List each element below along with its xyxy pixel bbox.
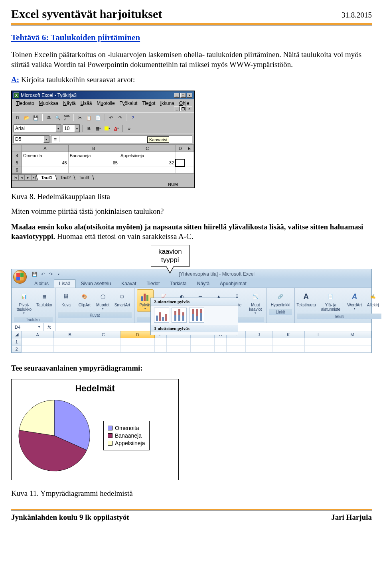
btn-smartart[interactable]: ⬡SmartArt bbox=[113, 289, 132, 308]
tab-kaavat[interactable]: Kaavat bbox=[116, 279, 141, 288]
fillcolor-button[interactable]: ▾ bbox=[103, 124, 111, 132]
preview-icon[interactable]: 🔍 bbox=[54, 114, 62, 122]
doc-minimize-button[interactable]: _ bbox=[174, 107, 180, 111]
svg-rect-1 bbox=[144, 294, 146, 301]
svg-rect-2 bbox=[146, 295, 148, 301]
paste-icon[interactable]: 📄 bbox=[94, 114, 102, 122]
maximize-button[interactable]: □ bbox=[180, 93, 186, 98]
kaavarivi-tooltip: Kaavarivi bbox=[147, 136, 169, 143]
callout-kaavion-tyyppi: kaaviontyyppi bbox=[151, 245, 190, 267]
menu-tiedot[interactable]: Tiedot bbox=[140, 100, 158, 107]
header-rule-thin bbox=[11, 25, 372, 26]
intro-paragraph: Toinen Excelin päätarkoitus on -lukuarvo… bbox=[11, 50, 372, 69]
pylvas-dropdown: 2-ulotteinen pylväs 3-ulotteinen pylväs bbox=[150, 298, 238, 335]
ribbon-window-title: [Yhteensopiva tila] - Microsoft Excel bbox=[64, 271, 369, 277]
tab-nav-prev[interactable]: ◂ bbox=[18, 174, 25, 181]
btn-yla-ala[interactable]: 📄Ylä- ja alatunniste bbox=[317, 289, 345, 313]
font-combo[interactable]: Arial▾ bbox=[14, 124, 61, 132]
excel97-menubar: Tiedosto Muokkaa Näytä Lisää Muotoile Ty… bbox=[12, 99, 194, 112]
btn-hyperlinkki[interactable]: 🔗Hyperlinkki bbox=[269, 289, 292, 308]
doc-restore-button[interactable]: ❐ bbox=[180, 107, 186, 111]
chart-option-stacked[interactable] bbox=[172, 308, 187, 323]
menu-muotoile[interactable]: Muotoile bbox=[94, 100, 117, 107]
btn-muut-kaaviot[interactable]: 📉Muut kaaviot▾ bbox=[247, 289, 264, 316]
minimize-button[interactable]: _ bbox=[174, 93, 180, 98]
btn-muodot[interactable]: ◯Muodot▾ bbox=[95, 289, 111, 312]
chart-option-clustered[interactable] bbox=[154, 308, 169, 323]
btn-wordart[interactable]: AWordArt▾ bbox=[346, 289, 363, 312]
group-teksti: ATekstiruutu 📄Ylä- ja alatunniste AWordA… bbox=[295, 288, 383, 323]
help-icon[interactable]: ? bbox=[129, 114, 137, 122]
ribbon-namebox[interactable]: D4 ▾ bbox=[12, 323, 43, 331]
tab-aloitus[interactable]: Aloitus bbox=[29, 279, 54, 288]
menu-tyokalut[interactable]: Työkalut bbox=[117, 100, 140, 107]
btn-tekstiruutu[interactable]: ATekstiruutu bbox=[297, 289, 316, 308]
pie-title: Hedelmät bbox=[16, 383, 174, 394]
close-button[interactable]: × bbox=[187, 93, 192, 98]
btn-allekirj[interactable]: ✍Allekirj bbox=[365, 289, 381, 308]
section-a: A: Kirjoita taulukkoihin seuraavat arvot… bbox=[11, 75, 372, 85]
fx-equals[interactable]: = bbox=[51, 136, 59, 142]
save-icon[interactable]: 💾 bbox=[32, 114, 40, 122]
qat-dropdown[interactable]: ▾ bbox=[55, 271, 62, 277]
spellcheck-icon[interactable]: ABC✓ bbox=[63, 114, 71, 122]
cut-icon[interactable]: ✂ bbox=[76, 114, 84, 122]
menu-lisaa[interactable]: Lisää bbox=[78, 100, 95, 107]
doc-close-button[interactable]: × bbox=[187, 107, 192, 111]
svg-rect-0 bbox=[141, 296, 143, 301]
sheet-tab-1[interactable]: Taul1 bbox=[36, 175, 57, 180]
pie-svg bbox=[16, 398, 92, 474]
btn-taulukko[interactable]: ▦Taulukko bbox=[36, 289, 53, 308]
new-icon[interactable]: 🗋 bbox=[14, 114, 22, 122]
formula-bar: D5▾ = Kaavarivi bbox=[12, 134, 194, 144]
btn-pivot[interactable]: 📊Pivot-taulukko▾ bbox=[14, 289, 34, 316]
tab-nav-first[interactable]: |◂ bbox=[12, 174, 18, 181]
group-linkit: 🔗Hyperlinkki Linkit bbox=[267, 288, 295, 323]
chart-option-stacked100[interactable] bbox=[189, 308, 204, 323]
tab-nav-next[interactable]: ▸ bbox=[25, 174, 31, 181]
tab-tiedot[interactable]: Tiedot bbox=[141, 279, 165, 288]
sheet-tabs: |◂ ◂ ▸ ▸| Taul1 Taul2 Taul3 bbox=[12, 174, 194, 181]
excel-icon: X bbox=[14, 93, 19, 98]
tab-apuohjelmat[interactable]: Apuohjelmat bbox=[215, 279, 252, 288]
sheet-tab-3[interactable]: Taul3 bbox=[73, 175, 94, 180]
btn-clipart[interactable]: 🎨ClipArt bbox=[76, 289, 93, 308]
qat-redo-icon[interactable]: ↷ bbox=[47, 271, 54, 277]
footer-right: Jari Harjula bbox=[331, 513, 372, 522]
namebox-combo[interactable]: D5▾ bbox=[14, 135, 49, 143]
qat-save-icon[interactable]: 💾 bbox=[32, 271, 38, 277]
pie-slice-appelsiineja bbox=[19, 400, 54, 436]
redo-icon[interactable]: ↷ bbox=[116, 114, 124, 122]
menu-ikkuna[interactable]: Ikkuna bbox=[158, 100, 176, 107]
footer-left: Jynkänlahden koulu 9 lk oppilastyöt bbox=[11, 513, 129, 522]
border-button[interactable]: ▦▾ bbox=[94, 124, 102, 132]
legend-appelsiineja: Appelsiineja bbox=[108, 440, 145, 446]
print-icon[interactable]: 🖶 bbox=[45, 114, 53, 122]
menu-ohje[interactable]: Ohje bbox=[177, 100, 192, 107]
tab-lisaa[interactable]: Lisää bbox=[54, 279, 76, 288]
qat-undo-icon[interactable]: ↶ bbox=[39, 271, 46, 277]
tab-sivun-asettelu[interactable]: Sivun asettelu bbox=[76, 279, 116, 288]
excel97-grid[interactable]: ABCDE 4OmenoitaBanaanejaAppelsiineja 545… bbox=[12, 144, 194, 174]
legend-banaaneja: Banaaneja bbox=[108, 432, 145, 439]
section-a-label: A: bbox=[11, 75, 19, 84]
fx-icon[interactable]: fx bbox=[43, 323, 55, 331]
menu-nayta[interactable]: Näytä bbox=[61, 100, 78, 107]
more-buttons[interactable]: » bbox=[125, 124, 133, 132]
open-icon[interactable]: 📂 bbox=[23, 114, 31, 122]
menu-muokkaa[interactable]: Muokkaa bbox=[37, 100, 61, 107]
section-a-text: Kirjoita taulukkoihin seuraavat arvot: bbox=[19, 75, 135, 84]
undo-icon[interactable]: ↶ bbox=[107, 114, 115, 122]
btn-kuva[interactable]: 🖼Kuva bbox=[58, 289, 75, 308]
tab-nayta[interactable]: Näytä bbox=[192, 279, 215, 288]
tab-tarkista[interactable]: Tarkista bbox=[165, 279, 192, 288]
fontcolor-button[interactable]: A▾ bbox=[113, 124, 120, 132]
office-button[interactable] bbox=[13, 270, 27, 284]
fontsize-combo[interactable]: 10▾ bbox=[63, 124, 80, 132]
sheet-tab-2[interactable]: Taul2 bbox=[55, 175, 76, 180]
page-title: Excel syventävät harjoitukset bbox=[11, 7, 162, 21]
bold-button[interactable]: B bbox=[85, 124, 93, 132]
copy-icon[interactable]: 📋 bbox=[85, 114, 93, 122]
menu-tiedosto[interactable]: Tiedosto bbox=[14, 100, 37, 107]
page-date: 31.8.2015 bbox=[342, 11, 372, 20]
